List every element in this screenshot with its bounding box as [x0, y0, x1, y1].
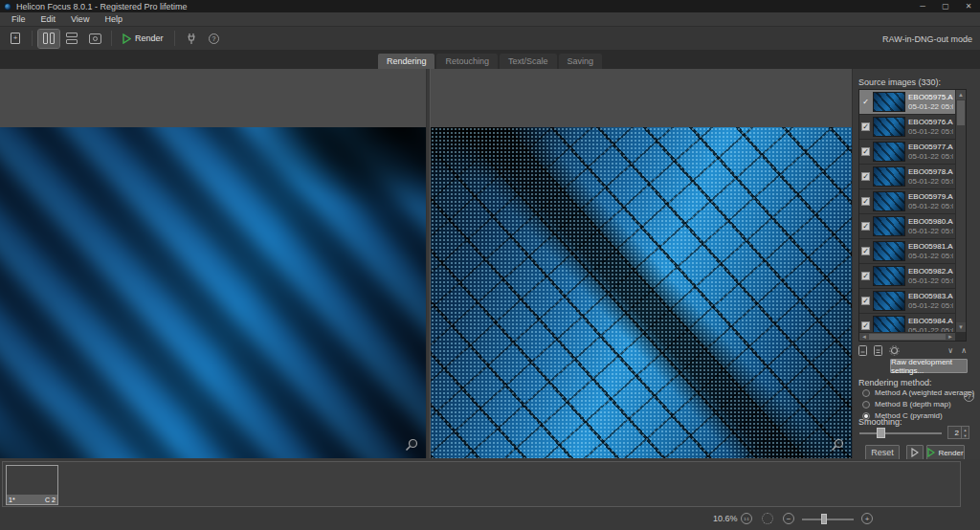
result-image-viewport[interactable]	[431, 127, 852, 458]
horizontal-split-icon	[66, 33, 78, 44]
scroll-up-icon[interactable]: ▲	[956, 90, 966, 99]
file-thumbnail	[873, 92, 905, 112]
menu-item[interactable]: Help	[97, 13, 130, 25]
scroll-right-icon[interactable]: ►	[946, 333, 955, 341]
source-image-row[interactable]: ✓ EBO05979.ARW 05-01-22 05:06	[859, 189, 955, 214]
source-image-row[interactable]: ✓ EBO05983.ARW 05-01-22 05:06	[859, 289, 955, 314]
smoothing-spinbox[interactable]: 2 ▲ ▼	[947, 426, 969, 439]
vertical-split-view-button[interactable]	[38, 30, 59, 48]
smoothing-slider-handle[interactable]	[877, 428, 885, 438]
toolbar-separator	[174, 31, 175, 46]
horizontal-split-view-button[interactable]	[61, 30, 82, 48]
scroll-down-icon[interactable]: ▼	[956, 322, 966, 332]
magnifier-icon-left[interactable]	[405, 438, 418, 452]
horizontal-scroll-thumb[interactable]	[869, 334, 946, 340]
tab[interactable]: Saving	[559, 54, 603, 69]
title-bar: Helicon Focus 8.0.1 - Registered Pro lif…	[0, 0, 980, 12]
source-image-row[interactable]: ✓ EBO05978.ARW 05-01-22 05:06	[859, 165, 955, 189]
source-image-row[interactable]: ✓ EBO05980.ARW 05-01-22 05:06	[859, 214, 955, 239]
file-name: EBO05982.ARW	[908, 267, 953, 276]
vertical-scrollbar[interactable]: ▲ ▼	[955, 90, 966, 332]
minimize-button[interactable]: ─	[911, 0, 934, 12]
output-method-label: C 2	[45, 497, 56, 503]
collapse-chevron-down-icon[interactable]: ∨	[947, 346, 953, 355]
source-image-row[interactable]: ✓ EBO05976.ARW 05-01-22 05:06	[859, 115, 955, 140]
source-image-row[interactable]: ✓ EBO05982.ARW 05-01-22 05:06	[859, 264, 955, 289]
rendering-method-name: Method B (depth map)	[875, 400, 951, 409]
toolbar-render-button[interactable]: Render	[117, 32, 169, 46]
list-settings-gear-icon[interactable]	[889, 345, 900, 356]
spin-down-icon[interactable]: ▼	[962, 432, 969, 438]
magnifier-icon-right[interactable]	[831, 438, 844, 452]
include-checkbox[interactable]: ✓	[861, 321, 870, 330]
include-checkbox[interactable]: ✓	[861, 98, 870, 106]
radio-icon[interactable]	[862, 401, 870, 409]
tab[interactable]: Text/Scale	[500, 54, 557, 69]
zoom-slider-track[interactable]	[802, 519, 854, 520]
zoom-slider-handle[interactable]	[821, 514, 827, 524]
render-button[interactable]: Render	[926, 445, 965, 460]
view-3d-button[interactable]	[84, 30, 105, 48]
camera-view-icon	[89, 33, 101, 44]
fit-to-screen-button[interactable]	[762, 513, 773, 524]
include-checkbox[interactable]: ✓	[861, 272, 870, 280]
file-date: 05-01-22 05:06	[908, 227, 953, 236]
vertical-scroll-thumb[interactable]	[957, 100, 965, 125]
include-checkbox[interactable]: ✓	[861, 297, 870, 305]
source-image-row[interactable]: ✓ EBO05975.ARW 05-01-22 05:06	[859, 90, 955, 115]
zoom-in-button[interactable]: +	[861, 513, 873, 524]
source-image-row[interactable]: ✓ EBO05981.ARW 05-01-22 05:06	[859, 239, 955, 264]
include-checkbox[interactable]: ✓	[861, 222, 870, 231]
output-thumbnail[interactable]: 1* C 2	[6, 465, 58, 505]
source-image-viewport[interactable]	[0, 127, 426, 458]
render-step-button[interactable]	[906, 445, 924, 460]
menu-item[interactable]: View	[63, 13, 97, 25]
include-checkbox[interactable]: ✓	[861, 247, 870, 255]
source-image-row[interactable]: ✓ EBO05977.ARW 05-01-22 05:06	[859, 140, 955, 165]
scroll-left-icon[interactable]: ◄	[859, 333, 869, 341]
save-file-list-icon[interactable]	[858, 345, 867, 356]
render-play-icon	[927, 448, 935, 457]
file-name: EBO05984.ARW	[908, 317, 953, 326]
file-date: 05-01-22 05:06	[908, 127, 953, 137]
file-date: 05-01-22 05:06	[908, 202, 953, 211]
collapse-chevron-up-icon[interactable]: ∧	[961, 346, 967, 355]
include-checkbox[interactable]: ✓	[861, 197, 870, 206]
status-bar: 10.6% 1:1 − +	[0, 509, 980, 530]
rendering-method-option[interactable]: Method B (depth map)	[862, 400, 974, 409]
file-name: EBO05977.ARW	[908, 143, 953, 152]
method-help-icon[interactable]: ?	[964, 391, 974, 402]
reset-button[interactable]: Reset	[865, 445, 900, 460]
include-checkbox[interactable]: ✓	[861, 122, 870, 131]
close-button[interactable]: ✕	[957, 0, 980, 12]
output-index-label: 1*	[9, 497, 15, 503]
rendering-method-option[interactable]: Method A (weighted average)	[862, 388, 974, 397]
file-name: EBO05976.ARW	[908, 118, 953, 127]
tab[interactable]: Retouching	[436, 54, 498, 69]
raw-mode-label: RAW-in-DNG-out mode	[882, 27, 972, 51]
menu-item[interactable]: Edit	[33, 13, 64, 25]
source-images-title: Source images (330):	[858, 77, 941, 87]
file-name: EBO05975.ARW	[908, 93, 953, 102]
tab[interactable]: Rendering	[378, 54, 435, 69]
helicon-remote-button[interactable]	[181, 30, 202, 48]
add-images-button[interactable]: +	[5, 30, 26, 48]
actual-size-button[interactable]: 1:1	[741, 513, 752, 524]
file-name: EBO05983.ARW	[908, 292, 953, 301]
horizontal-scrollbar[interactable]: ◄ ►	[859, 332, 955, 341]
load-file-list-icon[interactable]	[874, 345, 882, 356]
output-thumbnail-caption: 1* C 2	[7, 495, 57, 504]
source-image-row[interactable]: ✓ EBO05984.ARW 05-01-22 05:06	[859, 314, 955, 332]
radio-icon[interactable]	[862, 389, 870, 397]
zoom-out-button[interactable]: −	[783, 513, 794, 524]
source-images-list: ✓ EBO05975.ARW 05-01-22 05:06 ✓ EBO05976…	[858, 89, 967, 342]
maximize-button[interactable]: ▢	[934, 0, 957, 12]
include-checkbox[interactable]: ✓	[861, 172, 870, 181]
smoothing-slider-track[interactable]	[859, 432, 942, 434]
raw-development-settings-button[interactable]: Raw development settings...	[890, 359, 968, 373]
source-image-panel[interactable]	[0, 69, 427, 458]
include-checkbox[interactable]: ✓	[861, 147, 870, 156]
menu-item[interactable]: File	[4, 13, 33, 25]
help-button[interactable]: ?	[204, 30, 225, 48]
result-image-panel[interactable]	[430, 69, 853, 458]
